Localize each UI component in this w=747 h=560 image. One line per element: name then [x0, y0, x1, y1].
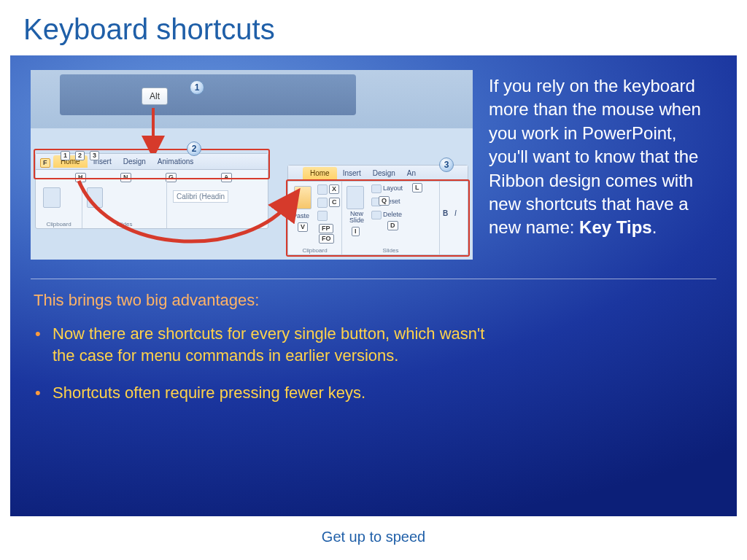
intro-end: .	[652, 217, 657, 237]
intro-text: If you rely on the keyboard more than th…	[489, 76, 701, 237]
keytips-illustration: Alt 1 Home Insert Design Animations F 1	[31, 70, 473, 260]
advantage-item: Shortcuts often require pressing fewer k…	[34, 382, 498, 404]
divider	[31, 279, 716, 279]
intro-paragraph: If you rely on the keyboard more than th…	[489, 70, 716, 260]
advantage-item: Now there are shortcuts for every single…	[34, 323, 498, 366]
arrow-2-icon	[31, 70, 473, 260]
keytips-term: Key Tips	[579, 217, 652, 237]
footer-caption: Get up to speed	[0, 529, 747, 545]
content-panel: Alt 1 Home Insert Design Animations F 1	[10, 55, 737, 516]
slide-title: Keyboard shortcuts	[0, 0, 747, 52]
advantages-heading: This brings two big advantages:	[34, 291, 716, 310]
advantages-list: Now there are shortcuts for every single…	[31, 323, 498, 404]
